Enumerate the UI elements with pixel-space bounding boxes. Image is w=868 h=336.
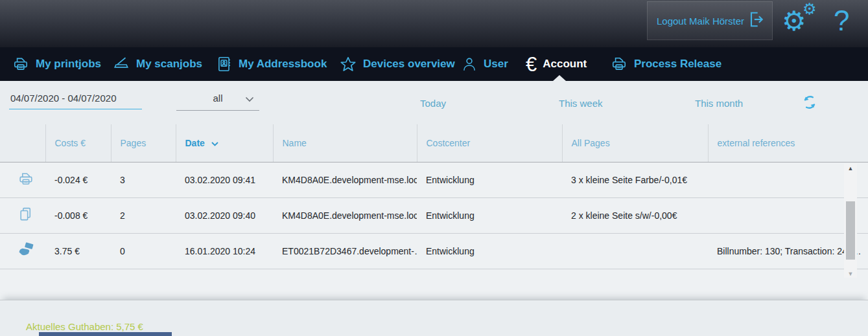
- nav-label: My printjobs: [36, 58, 101, 71]
- column-header-costcenter[interactable]: Costcenter: [417, 124, 562, 162]
- filter-bar: all Today This week This month: [0, 81, 868, 124]
- sort-descending-icon: [211, 138, 218, 148]
- logout-button[interactable]: Logout Maik Hörster: [647, 1, 773, 40]
- printer-release-icon: [610, 56, 628, 73]
- cell-name: KM4D8A0E.development-mse.loc…: [273, 162, 417, 197]
- cell-pages: 2: [111, 197, 176, 233]
- quick-link-today[interactable]: Today: [420, 98, 446, 109]
- cell-costcenter: Entwicklung: [417, 162, 562, 197]
- nav-label: Devices overview: [363, 58, 455, 71]
- scrollbar-thumb[interactable]: [846, 201, 855, 260]
- user-icon: [461, 56, 478, 73]
- cell-pages: 0: [111, 233, 176, 269]
- nav-label: My Addressbook: [239, 58, 327, 71]
- type-filter-value: all: [213, 93, 222, 104]
- nav-item-devices-overview[interactable]: Devices overview: [339, 47, 455, 81]
- top-bar: Logout Maik Hörster ⚙ ⚙ ?: [0, 0, 868, 47]
- column-header-date[interactable]: Date: [176, 124, 273, 162]
- column-header-name[interactable]: Name: [273, 124, 417, 162]
- cell-costs: 3.75 €: [45, 233, 111, 269]
- date-range-input[interactable]: [9, 93, 142, 109]
- cell-all-pages: 3 x kleine Seite Farbe/-0,01€: [562, 162, 708, 197]
- addressbook-icon: [216, 56, 233, 73]
- euro-icon: €: [526, 54, 537, 74]
- type-filter-select[interactable]: all: [176, 93, 259, 111]
- nav-item-my-printjobs[interactable]: My printjobs: [12, 47, 101, 81]
- main-navigation: My printjobs My scanjobs: [0, 47, 868, 81]
- settings-button[interactable]: ⚙ ⚙: [782, 4, 823, 43]
- cell-pages: 3: [111, 162, 176, 197]
- table-header-row: Costs € Pages Date Name Costcenter All P…: [0, 124, 868, 162]
- nav-label: Process Release: [634, 58, 721, 71]
- column-header-costs[interactable]: Costs €: [45, 124, 111, 162]
- cell-costcenter: Entwicklung: [417, 197, 562, 233]
- cell-costcenter: Entwicklung: [417, 233, 562, 269]
- job-type-print-icon: [0, 162, 45, 197]
- scroll-up-icon[interactable]: ▲: [844, 165, 857, 172]
- job-type-payment-icon: [0, 233, 45, 269]
- column-header-all-pages[interactable]: All Pages: [562, 124, 708, 162]
- cell-all-pages: 2 x kleine Seite s/w/-0,00€: [562, 197, 708, 233]
- nav-item-my-scanjobs[interactable]: My scanjobs: [112, 47, 202, 81]
- refresh-icon[interactable]: [801, 94, 818, 113]
- quick-link-this-month[interactable]: This month: [695, 98, 743, 109]
- gear-small-icon: ⚙: [803, 1, 817, 17]
- scroll-down-icon[interactable]: ▼: [844, 271, 857, 277]
- help-icon[interactable]: ?: [834, 5, 849, 36]
- vertical-scrollbar[interactable]: ▲ ▼: [844, 164, 857, 278]
- bottom-partial-element: [39, 332, 172, 336]
- active-tab-pointer: [553, 75, 566, 81]
- table-row[interactable]: -0.008 € 2 03.02.2020 09:40 KM4D8A0E.dev…: [0, 197, 868, 233]
- logout-label: Logout Maik Hörster: [657, 16, 744, 27]
- nav-label: User: [484, 58, 508, 71]
- cell-name: ET0021B72D3467.development-…: [273, 233, 417, 269]
- account-page: Logout Maik Hörster ⚙ ⚙ ?: [0, 0, 868, 336]
- quick-link-this-week[interactable]: This week: [559, 98, 603, 109]
- cell-date: 16.01.2020 10:24: [176, 233, 273, 269]
- cell-name: KM4D8A0E.development-mse.loc…: [273, 197, 417, 233]
- current-balance-text: Aktuelles Guthaben: 5,75 €: [26, 321, 143, 332]
- logout-icon: [746, 10, 766, 31]
- cell-all-pages: [562, 233, 708, 269]
- cell-costs: -0.008 €: [45, 197, 111, 233]
- table-row[interactable]: 3.75 € 0 16.01.2020 10:24 ET0021B72D3467…: [0, 233, 868, 269]
- nav-label: Account: [543, 58, 587, 71]
- account-table: Costs € Pages Date Name Costcenter All P…: [0, 124, 868, 300]
- job-type-copy-icon: [0, 197, 45, 233]
- printer-icon: [12, 56, 30, 73]
- footer-bar: Aktuelles Guthaben: 5,75 €: [0, 300, 868, 336]
- table-row[interactable]: -0.024 € 3 03.02.2020 09:41 KM4D8A0E.dev…: [0, 162, 868, 197]
- column-header-icon: [0, 124, 45, 162]
- cell-costs: -0.024 €: [45, 162, 111, 197]
- star-icon: [339, 56, 357, 73]
- cell-date: 03.02.2020 09:40: [176, 197, 273, 233]
- column-header-external-references[interactable]: external references: [708, 124, 868, 162]
- chevron-down-icon: [245, 96, 254, 102]
- scanner-icon: [112, 56, 130, 73]
- nav-label: My scanjobs: [136, 58, 202, 71]
- nav-item-my-addressbook[interactable]: My Addressbook: [216, 47, 327, 81]
- cell-date: 03.02.2020 09:41: [176, 162, 273, 197]
- nav-item-process-release[interactable]: Process Release: [610, 47, 721, 81]
- column-header-pages[interactable]: Pages: [111, 124, 176, 162]
- nav-item-user[interactable]: User: [461, 47, 508, 81]
